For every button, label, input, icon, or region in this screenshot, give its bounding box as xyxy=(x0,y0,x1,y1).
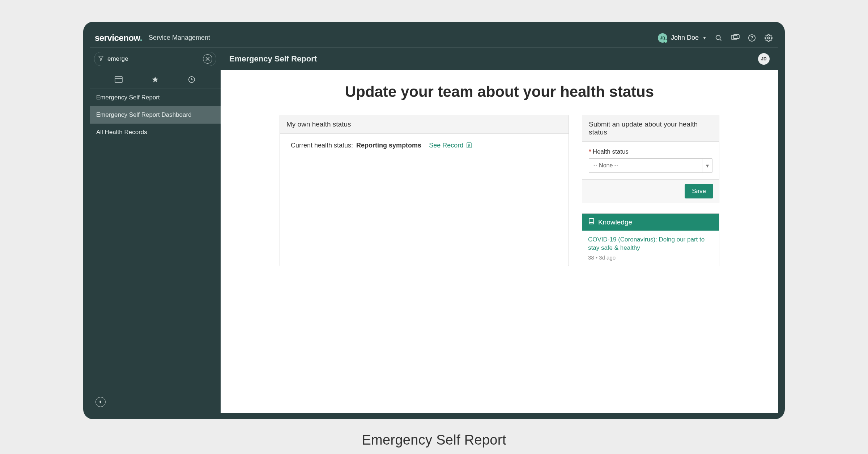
figure-caption: Emergency Self Report xyxy=(362,432,506,448)
chat-icon[interactable] xyxy=(731,33,740,43)
panel-body: Current health status: Reporting symptom… xyxy=(280,134,569,157)
svg-line-1 xyxy=(720,39,721,40)
logo: servicenow. xyxy=(95,33,142,43)
filter-navigator xyxy=(90,48,221,70)
global-header: servicenow. Service Management JD John D… xyxy=(90,28,778,48)
page-header-bar: Emergency Self Report JD xyxy=(221,48,778,70)
user-avatar: JD xyxy=(658,33,667,43)
sidebar: Emergency Self Report Emergency Self Rep… xyxy=(90,70,221,413)
see-record-text: See Record xyxy=(429,142,463,149)
current-status-value: Reporting symptoms xyxy=(356,142,421,149)
content-columns: My own health status Current health stat… xyxy=(238,115,761,266)
panel-body: *Health status -- None -- ▾ xyxy=(582,142,719,179)
panel-title: Submit an update about your health statu… xyxy=(582,115,719,142)
field-label-text: Health status xyxy=(593,148,629,155)
knowledge-article-meta: 38 • 3d ago xyxy=(588,254,713,261)
health-status-select[interactable]: -- None -- ▾ xyxy=(589,158,712,173)
save-button[interactable]: Save xyxy=(685,184,713,198)
all-apps-tab-icon[interactable] xyxy=(113,74,124,85)
knowledge-header: Knowledge xyxy=(582,214,719,231)
chevron-down-icon: ▾ xyxy=(702,159,712,172)
app-body: Emergency Self Report Emergency Self Rep… xyxy=(90,70,778,413)
logo-period: . xyxy=(140,33,142,43)
svg-point-0 xyxy=(716,35,720,39)
book-icon xyxy=(588,218,595,226)
knowledge-body: COVID-19 (Coronavirus): Doing our part t… xyxy=(582,231,719,266)
chevron-down-icon: ▼ xyxy=(702,35,707,40)
panel-footer: Save xyxy=(582,179,719,203)
collapse-sidebar-button[interactable] xyxy=(95,397,106,407)
see-record-link[interactable]: See Record xyxy=(429,142,472,149)
nav-item-emergency-self-report[interactable]: Emergency Self Report xyxy=(90,89,221,106)
header-right: JD John Doe ▼ xyxy=(658,33,773,43)
search-icon[interactable] xyxy=(714,33,723,43)
gear-icon[interactable] xyxy=(764,33,773,43)
svg-point-6 xyxy=(767,37,770,39)
page-avatar[interactable]: JD xyxy=(758,53,770,65)
health-status-label: *Health status xyxy=(589,148,712,155)
favorites-tab-icon[interactable] xyxy=(150,74,161,85)
user-menu[interactable]: JD John Doe ▼ xyxy=(658,33,707,43)
filter-input[interactable] xyxy=(107,55,199,63)
submit-update-panel: Submit an update about your health statu… xyxy=(582,115,719,203)
app-window: servicenow. Service Management JD John D… xyxy=(83,22,785,419)
product-name: Service Management xyxy=(149,34,210,42)
help-icon[interactable] xyxy=(747,33,757,43)
sub-header: Emergency Self Report JD xyxy=(90,48,778,70)
logo-text: servicenow xyxy=(95,33,140,43)
svg-marker-12 xyxy=(152,76,158,82)
svg-rect-10 xyxy=(115,77,122,82)
required-indicator: * xyxy=(589,148,591,155)
my-health-status-panel: My own health status Current health stat… xyxy=(280,115,569,266)
user-name: John Doe xyxy=(671,34,699,42)
nav-item-emergency-self-report-dashboard[interactable]: Emergency Self Report Dashboard xyxy=(90,106,221,124)
main-content: Update your team about your health statu… xyxy=(221,70,778,413)
svg-marker-14 xyxy=(99,400,101,404)
nav-item-label: All Health Records xyxy=(96,129,147,136)
filter-pill xyxy=(94,52,216,66)
clear-filter-button[interactable] xyxy=(203,54,212,64)
nav-item-all-health-records[interactable]: All Health Records xyxy=(90,124,221,141)
knowledge-panel: Knowledge COVID-19 (Coronavirus): Doing … xyxy=(582,213,719,266)
svg-point-5 xyxy=(752,39,752,40)
history-tab-icon[interactable] xyxy=(186,74,197,85)
select-value: -- None -- xyxy=(593,162,618,169)
current-status-label: Current health status: xyxy=(291,142,353,149)
svg-marker-7 xyxy=(99,56,103,60)
nav-item-label: Emergency Self Report Dashboard xyxy=(96,111,192,118)
main-heading: Update your team about your health statu… xyxy=(238,83,761,100)
knowledge-article-link[interactable]: COVID-19 (Coronavirus): Doing our part t… xyxy=(588,236,713,252)
knowledge-title: Knowledge xyxy=(598,218,632,226)
sidebar-tabs xyxy=(90,70,221,89)
page-title: Emergency Self Report xyxy=(229,54,317,64)
right-column: Submit an update about your health statu… xyxy=(582,115,719,266)
nav-item-label: Emergency Self Report xyxy=(96,94,160,101)
record-icon xyxy=(467,142,472,148)
filter-icon xyxy=(98,55,104,63)
panel-title: My own health status xyxy=(280,115,569,134)
